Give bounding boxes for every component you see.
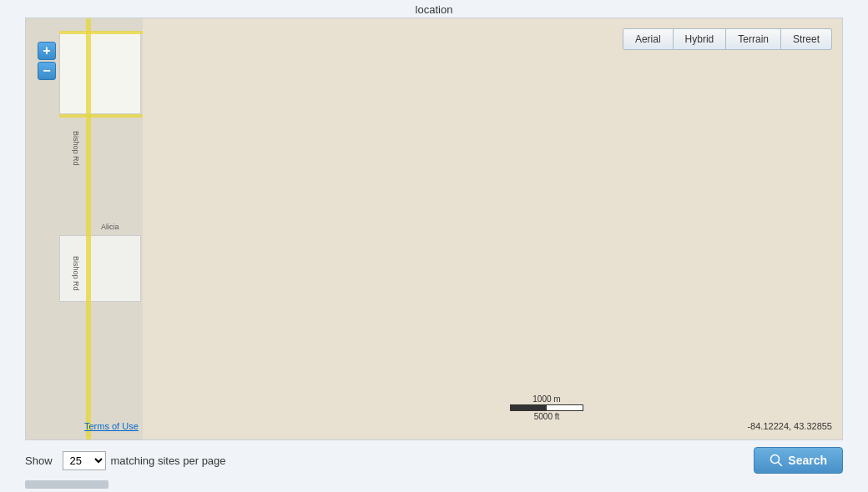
show-label: Show <box>25 454 53 467</box>
search-icon <box>770 454 783 467</box>
map-block-top <box>59 31 141 114</box>
location-label: location <box>416 3 453 16</box>
scale-bar-graphic <box>510 404 583 411</box>
road-vertical <box>86 18 91 439</box>
search-button-label: Search <box>788 454 827 467</box>
map-type-buttons: Aerial Hybrid Terrain Street <box>623 28 832 50</box>
zoom-in-button[interactable]: + <box>38 42 56 60</box>
scale-label-top: 1000 m <box>532 394 560 404</box>
road-horizontal-top <box>59 31 143 34</box>
svg-line-1 <box>779 463 782 466</box>
per-page-label: matching sites per page <box>111 454 226 467</box>
show-left: Show 25 10 50 100 matching sites per pag… <box>25 451 226 470</box>
scale-label-bottom: 5000 ft <box>534 412 560 421</box>
map-type-street[interactable]: Street <box>781 28 832 50</box>
map-type-aerial[interactable]: Aerial <box>623 28 674 50</box>
separator-bar <box>25 480 108 489</box>
terms-of-use-link[interactable]: Terms of Use <box>84 421 139 431</box>
map-type-hybrid[interactable]: Hybrid <box>674 28 727 50</box>
road-horizontal-mid <box>59 114 143 118</box>
map-background: Bishop Rd Bishop Rd Alicia <box>26 18 842 439</box>
search-button[interactable]: Search <box>754 447 843 474</box>
bottom-separator-bar <box>0 480 868 492</box>
scale-bar-left <box>511 405 547 410</box>
map-container[interactable]: Bishop Rd Bishop Rd Alicia + − Aerial Hy… <box>25 18 843 440</box>
scale-bar: 1000 m 5000 ft <box>510 394 583 421</box>
coordinates-display: -84.12224, 43.32855 <box>747 421 832 431</box>
zoom-out-button[interactable]: − <box>38 62 56 80</box>
location-header: location <box>0 0 868 18</box>
page-wrapper: location Bishop Rd Bishop Rd Alicia + − … <box>0 0 868 492</box>
road-label-bishop1: Bishop Rd <box>72 131 80 166</box>
zoom-controls: + − <box>38 42 56 82</box>
road-label-alicia: Alicia <box>101 223 119 231</box>
map-type-terrain[interactable]: Terrain <box>726 28 781 50</box>
bottom-bar: Show 25 10 50 100 matching sites per pag… <box>0 440 868 480</box>
scale-bar-right <box>547 405 583 410</box>
per-page-select[interactable]: 25 10 50 100 <box>63 451 106 470</box>
road-label-bishop2: Bishop Rd <box>72 256 80 291</box>
